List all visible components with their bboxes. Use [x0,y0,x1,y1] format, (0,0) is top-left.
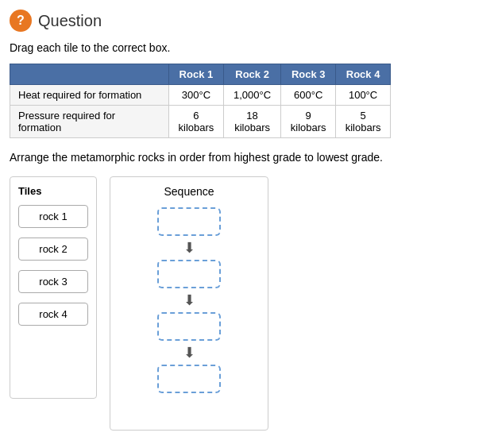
table-col-header-empty [10,64,169,85]
table-cell-pressure-rock4: 5 kilobars [336,106,391,138]
table-row-label-pressure: Pressure required for formation [10,106,169,138]
table-cell-heat-rock2: 1,000°C [223,85,281,106]
icon-label: ? [17,14,25,28]
question-header: ? Question [10,10,488,32]
arrange-instruction: Arrange the metamorphic rocks in order f… [10,151,488,164]
table-col-header-rock3: Rock 3 [281,64,336,85]
bottom-layout: Tiles rock 1 rock 2 rock 3 rock 4 Sequen… [10,176,488,431]
tile-rock3[interactable]: rock 3 [18,270,88,293]
table-cell-heat-rock4: 100°C [336,85,391,106]
tile-rock2[interactable]: rock 2 [18,238,88,261]
rock-table: Rock 1 Rock 2 Rock 3 Rock 4 Heat require… [10,64,391,138]
table-cell-pressure-rock1: 6 kilobars [169,106,224,138]
drop-box-4[interactable] [157,365,221,393]
table-row-label-heat: Heat required for formation [10,85,169,106]
table-header-row: Rock 1 Rock 2 Rock 3 Rock 4 [10,64,391,85]
tile-rock1[interactable]: rock 1 [18,205,88,228]
tile-rock4[interactable]: rock 4 [18,303,88,326]
drop-box-1[interactable] [157,207,221,236]
sequence-label: Sequence [164,185,214,198]
arrow-down-2: ⬇ [183,293,195,307]
table-row: Pressure required for formation 6 kiloba… [10,106,391,138]
drop-box-2[interactable] [157,260,221,288]
table-cell-heat-rock3: 600°C [281,85,336,106]
table-col-header-rock1: Rock 1 [169,64,224,85]
table-row: Heat required for formation 300°C 1,000°… [10,85,391,106]
table-col-header-rock2: Rock 2 [223,64,281,85]
sequence-panel: Sequence ⬇ ⬇ ⬇ [110,176,268,431]
drag-instruction: Drag each tile to the correct box. [10,41,488,54]
arrow-down-3: ⬇ [183,346,195,360]
drop-box-3[interactable] [157,312,221,341]
table-col-header-rock4: Rock 4 [336,64,391,85]
table-cell-pressure-rock2: 18 kilobars [223,106,281,138]
table-cell-heat-rock1: 300°C [169,85,224,106]
tiles-panel: Tiles rock 1 rock 2 rock 3 rock 4 [10,176,97,399]
table-cell-pressure-rock3: 9 kilobars [281,106,336,138]
arrow-down-1: ⬇ [183,241,195,255]
page-title: Question [38,12,102,30]
tiles-label: Tiles [18,185,88,197]
question-icon: ? [10,10,32,32]
